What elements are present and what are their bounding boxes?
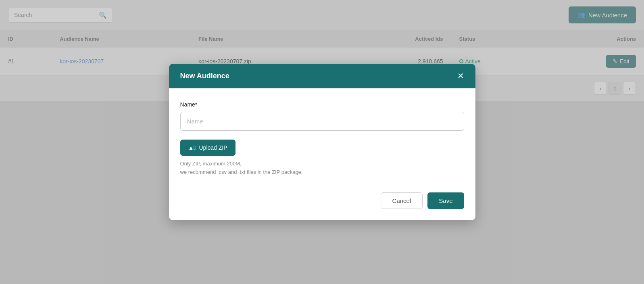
new-audience-modal: New Audience ✕ Name* ▲⃝ Upload ZIP Only … [169, 64, 475, 221]
cancel-button[interactable]: Cancel [381, 192, 423, 209]
upload-icon: ▲⃝ [188, 144, 196, 151]
save-button[interactable]: Save [427, 192, 464, 209]
modal-body: Name* ▲⃝ Upload ZIP Only ZIP, maximum 20… [169, 88, 475, 221]
upload-hint-line1: Only ZIP, maximum 200M, [180, 160, 464, 168]
upload-zip-button[interactable]: ▲⃝ Upload ZIP [180, 140, 236, 156]
modal-overlay: New Audience ✕ Name* ▲⃝ Upload ZIP Only … [0, 0, 644, 284]
modal-header: New Audience ✕ [169, 64, 475, 88]
upload-label: Upload ZIP [199, 144, 227, 151]
page-background: 🔍 👥 New Audience ID Audience Name File N… [0, 0, 644, 284]
name-field-label: Name* [180, 101, 464, 108]
modal-title: New Audience [180, 72, 229, 80]
modal-footer: Cancel Save [180, 188, 464, 209]
name-field[interactable] [180, 112, 464, 131]
upload-hint: Only ZIP, maximum 200M, we recommend .cs… [180, 160, 464, 177]
upload-hint-line2: we recommend .csv and .txt files in the … [180, 168, 464, 177]
modal-close-button[interactable]: ✕ [457, 72, 464, 80]
